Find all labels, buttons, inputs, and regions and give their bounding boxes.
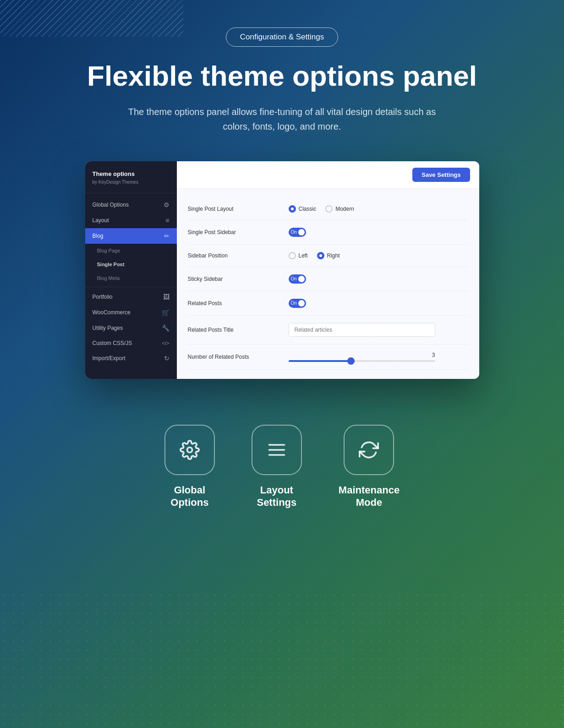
gear-feature-icon: [180, 440, 200, 460]
sidebar-position-control: Left Right: [289, 252, 468, 259]
radio-option-classic[interactable]: Classic: [289, 205, 317, 213]
sidebar-item-import-export[interactable]: Import/Export ↻: [85, 350, 177, 366]
related-posts-title-label: Related Posts Title: [188, 327, 289, 333]
radio-option-modern[interactable]: Modern: [325, 205, 354, 213]
list-feature-icon: [267, 440, 287, 460]
sidebar-item-label: WooCommerce: [93, 309, 131, 316]
slider-track[interactable]: [289, 360, 435, 362]
related-posts-title-control: [289, 323, 468, 337]
sidebar-item-label: Import/Export: [93, 355, 126, 361]
sidebar-position-row: Sidebar Position Left Right: [188, 245, 468, 267]
layout-radio-group: Classic Modern: [289, 205, 354, 213]
number-related-posts-control: 3: [289, 352, 468, 362]
related-posts-title-input[interactable]: [289, 323, 435, 337]
sidebar-item-woocommerce[interactable]: WooCommerce 🛒: [85, 305, 177, 320]
global-options-icon-box: [164, 425, 215, 475]
sticky-sidebar-toggle[interactable]: On: [289, 274, 306, 284]
related-posts-label: Related Posts: [188, 300, 289, 307]
layout-settings-label: LayoutSettings: [257, 484, 296, 509]
slider-thumb[interactable]: [347, 357, 355, 365]
portfolio-icon: 🖼: [163, 293, 170, 301]
single-post-sidebar-label: Single Post Sidebar: [188, 229, 289, 235]
theme-panel-mockup: Theme options by KeyDesign Themes Global…: [85, 161, 479, 379]
layout-settings-icon-box: [252, 425, 302, 475]
sidebar-item-blog-meta[interactable]: Blog Meta: [85, 271, 177, 285]
sticky-sidebar-row: Sticky Sidebar On: [188, 267, 468, 291]
sidebar: Theme options by KeyDesign Themes Global…: [85, 161, 177, 379]
panel-content: Single Post Layout Classic Mo: [177, 189, 479, 379]
sidebar-item-label: Portfolio: [93, 294, 113, 300]
radio-option-left[interactable]: Left: [289, 252, 308, 259]
related-posts-title-row: Related Posts Title: [188, 316, 468, 345]
related-posts-control: On: [289, 299, 468, 308]
toggle-label: On: [291, 230, 297, 235]
sidebar-item-global-options[interactable]: Global Options ⚙: [85, 197, 177, 213]
sidebar-item-blog[interactable]: Blog ✏: [85, 228, 177, 244]
feature-item-layout-settings: LayoutSettings: [252, 425, 302, 509]
menu-icon: ≡: [165, 217, 169, 224]
sidebar-item-label: Blog: [93, 233, 104, 239]
number-related-posts-label: Number of Related Posts: [188, 354, 289, 360]
hero-title: Flexible theme options panel: [87, 60, 477, 92]
related-posts-toggle[interactable]: On: [289, 299, 306, 308]
sidebar-item-label: Global Options: [93, 202, 129, 208]
sidebar-item-label: Custom CSS/JS: [93, 340, 132, 346]
wrench-icon: 🔧: [162, 324, 170, 332]
radio-dot-modern: [325, 205, 333, 213]
nav-divider: [85, 287, 177, 287]
sidebar-item-utility-pages[interactable]: Utility Pages 🔧: [85, 320, 177, 336]
number-related-posts-row: Number of Related Posts 3: [188, 345, 468, 370]
sidebar-item-label: Single Post: [97, 262, 125, 267]
sidebar-item-label: Blog Meta: [97, 275, 120, 281]
radio-dot-classic: [289, 205, 296, 213]
radio-dot-left: [289, 252, 296, 259]
radio-option-right[interactable]: Right: [317, 252, 340, 259]
dot-pattern-decoration: [0, 591, 564, 728]
gear-icon: ⚙: [164, 201, 170, 208]
sidebar-nav: Global Options ⚙ Layout ≡ Blog ✏ Blog Pa…: [85, 193, 177, 370]
sticky-sidebar-label: Sticky Sidebar: [188, 276, 289, 282]
radio-dot-right: [317, 252, 324, 259]
sidebar-item-label: Layout: [93, 217, 109, 224]
svg-point-0: [187, 448, 192, 453]
global-options-label: GlobalOptions: [170, 484, 208, 509]
hero-description: The theme options panel allows fine-tuni…: [122, 104, 443, 134]
radio-label-left: Left: [299, 252, 308, 259]
panel-main: Save Settings Single Post Layout Classic: [177, 161, 479, 379]
sidebar-item-single-post[interactable]: Single Post: [85, 257, 177, 271]
sidebar-sub-brand: by KeyDesign Themes: [93, 180, 138, 185]
toggle-label: On: [291, 301, 297, 306]
feature-item-maintenance-mode: MaintenanceMode: [339, 425, 400, 509]
toggle-label: On: [291, 276, 297, 281]
slider-value: 3: [289, 352, 435, 358]
maintenance-mode-icon-box: [344, 425, 394, 475]
sidebar-item-portfolio[interactable]: Portfolio 🖼: [85, 289, 177, 305]
sidebar-item-blog-page[interactable]: Blog Page: [85, 244, 177, 257]
radio-label-classic: Classic: [299, 206, 317, 212]
sidebar-header: Theme options by KeyDesign Themes: [85, 161, 177, 193]
sidebar-item-label: Blog Page: [97, 248, 120, 253]
slider-fill: [289, 360, 355, 362]
cart-icon: 🛒: [162, 309, 170, 316]
sidebar-item-layout[interactable]: Layout ≡: [85, 213, 177, 228]
save-settings-button[interactable]: Save Settings: [412, 168, 470, 182]
refresh-icon: ↻: [164, 355, 170, 362]
single-post-sidebar-control: On: [289, 228, 468, 237]
features-section: GlobalOptions LayoutSettings: [164, 425, 400, 509]
content-wrapper: Configuration & Settings Flexible theme …: [0, 0, 564, 536]
panel-topbar: Save Settings: [177, 161, 479, 189]
sidebar-position-label: Sidebar Position: [188, 252, 289, 259]
sticky-sidebar-control: On: [289, 274, 468, 284]
badge: Configuration & Settings: [226, 27, 338, 47]
related-posts-row: Related Posts On: [188, 291, 468, 316]
edit-icon: ✏: [164, 232, 170, 240]
sidebar-brand: Theme options: [93, 170, 170, 177]
sidebar-toggle[interactable]: On: [289, 228, 306, 237]
radio-label-right: Right: [327, 252, 340, 259]
related-posts-slider-container: 3: [289, 352, 435, 362]
refresh-feature-icon: [359, 440, 379, 460]
sidebar-item-custom-css-js[interactable]: Custom CSS/JS </>: [85, 336, 177, 350]
position-radio-group: Left Right: [289, 252, 340, 259]
radio-label-modern: Modern: [335, 206, 354, 212]
sidebar-item-label: Utility Pages: [93, 325, 123, 331]
